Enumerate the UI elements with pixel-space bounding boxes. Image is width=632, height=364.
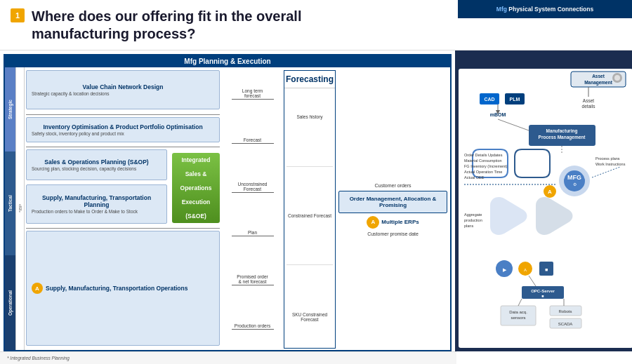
promised-label: Promised order [223, 274, 282, 279]
svg-point-4 [614, 75, 620, 81]
fc-divider2 [287, 264, 333, 265]
svg-text:Asset: Asset [592, 74, 605, 79]
prod-orders-label: Production orders [223, 323, 282, 328]
rp-diagram: Asset Management CAD PLM mBOM Asset [459, 69, 632, 348]
lt-label: Long term [223, 88, 282, 93]
soe-box: Integrated Sales & Operations Execution … [172, 153, 220, 223]
svg-text:⚙: ⚙ [573, 182, 577, 187]
ops-section: A Supply, Manufacturing, Transportation … [26, 229, 220, 347]
rp-mfg: Mfg [496, 6, 507, 13]
slide-title: Where does our offering fit in the overa… [32, 8, 301, 43]
soe-line1: Integrated [181, 156, 210, 163]
svg-text:plans: plans [464, 224, 473, 228]
svg-text:Robots: Robots [558, 309, 572, 314]
value-chain-sub: Strategic capacity & location decisions [32, 91, 214, 96]
soe-line2: Sales & [185, 170, 207, 177]
divider-3 [26, 228, 220, 229]
plan-label: Plan [223, 230, 282, 235]
mfg-planning-box: Mfg Planning & Execution Strategic Tacti… [4, 54, 452, 351]
flow-longterm: Long term forecast [223, 88, 282, 100]
sop-soe-row: Sales & Operations Planning (S&OP) Sourc… [26, 148, 220, 227]
svg-line-48 [592, 167, 620, 177]
svg-text:Manufacturing: Manufacturing [546, 128, 578, 134]
rp-title-rest: Physical System Connections [507, 6, 593, 13]
svg-text:sensors: sensors [511, 316, 525, 320]
svg-text:■: ■ [545, 267, 548, 272]
strategic-section: Value Chain Network Design Strategic cap… [26, 70, 220, 114]
inventory-section: Inventory Optimisation & Product Portfol… [26, 116, 220, 146]
customer-orders-label: Customer orders [338, 183, 447, 188]
order-mgmt-box: Order Management, Allocation & Promising [338, 191, 447, 213]
arrow-6 [232, 329, 274, 330]
flow-unconstrained: Unconstrained Forecast [223, 182, 282, 194]
rp-header-text: Mfg Physical System Connections [496, 6, 593, 13]
slide-badge: 1 [11, 8, 25, 22]
rp-svg: Asset Management CAD PLM mBOM Asset [459, 69, 632, 348]
fc-sku: SKU Constrained Forecast [287, 312, 333, 322]
svg-text:Management: Management [584, 80, 613, 86]
svg-text:Process plans: Process plans [595, 156, 620, 161]
svg-text:mBOM: mBOM [490, 112, 506, 117]
svg-text:details: details [582, 104, 596, 109]
flow-prod-orders: Production orders [223, 323, 282, 330]
svg-line-45 [518, 299, 522, 306]
erps-badge: A [367, 216, 379, 229]
arrow-5 [232, 285, 274, 285]
svg-text:Order Details Updates: Order Details Updates [464, 153, 503, 157]
fc-divider [287, 166, 333, 167]
flow-promised: Promised order & net forecast [223, 274, 282, 286]
order-section: Customer orders Order Management, Alloca… [337, 70, 449, 349]
level-labels: Strategic Tactical Operational [5, 67, 16, 350]
title-line2: manufacturing process? [32, 26, 195, 41]
arrow-4 [232, 236, 274, 236]
flow-plan: Plan [223, 230, 282, 237]
inventory-label: Inventory Optimisation & Product Portfol… [32, 123, 214, 130]
ibp-label: *IBP [18, 204, 22, 213]
forecasting-body: Sales history Constrained Forecast SKU C… [284, 88, 335, 348]
fc-constrained: Constrained Forecast [287, 213, 333, 218]
soe-line5: (S&OE) [185, 213, 206, 220]
sop-sub: Sourcing plan, stocking decision, capaci… [32, 166, 162, 171]
svg-line-55 [529, 276, 536, 286]
customer-promise-label: Customer promise date [338, 231, 447, 236]
soe-line4: Execution [182, 198, 211, 205]
svg-text:SCADA: SCADA [558, 322, 573, 326]
flow-section: Long term forecast Forecast Unconstraine [221, 67, 450, 350]
svg-text:Data acq.: Data acq. [509, 310, 527, 314]
forecasting-title: Forecasting [284, 71, 335, 88]
left-panel: Mfg Planning & Execution Strategic Tacti… [0, 50, 455, 351]
arrow-3 [232, 192, 274, 193]
smtp-label: Supply, Manufacturing, Transportation Pl… [32, 194, 162, 208]
lt-forecast: forecast [223, 93, 282, 98]
arrow-1 [232, 99, 274, 100]
soe-line3: Operations [180, 184, 212, 191]
value-chain-label: Value Chain Network Design [32, 83, 214, 90]
footer-note: * Integrated Business Planning [7, 356, 70, 360]
flow-forecast: Forecast [223, 137, 282, 144]
mfg-planning-title: Mfg Planning & Execution [5, 55, 450, 67]
arrow-2 [232, 143, 274, 144]
inventory-sub: Safety stock, inventory policy and produ… [32, 131, 214, 136]
sop-label: Sales & Operations Planning (S&OP) [32, 159, 162, 166]
sop-smtp-col: Sales & Operations Planning (S&OP) Sourc… [26, 149, 167, 226]
inventory-block: Inventory Optimisation & Product Portfol… [26, 117, 220, 142]
level-strategic: Strategic [5, 67, 15, 151]
forecast-label: Forecast [223, 137, 282, 142]
fc-sales-history: Sales history [287, 114, 333, 119]
value-chain-block: Value Chain Network Design Strategic cap… [26, 70, 220, 109]
ops-block: A Supply, Manufacturing, Transportation … [26, 231, 220, 346]
flow-labels: Long term forecast Forecast Unconstraine [223, 70, 282, 349]
ops-label: Supply, Manufacturing, Transportation Op… [46, 285, 187, 292]
unc-label: Unconstrained [223, 182, 282, 187]
right-panel: Asset Management CAD PLM mBOM Asset [455, 50, 632, 351]
mpe-body: Strategic Tactical Operational *IBP [5, 67, 450, 350]
svg-text:FG Inventory (Increment): FG Inventory (Increment) [464, 164, 508, 168]
svg-text:■: ■ [541, 294, 544, 298]
svg-text:Process Management: Process Management [539, 135, 586, 140]
blocks-section: Value Chain Network Design Strategic cap… [25, 67, 221, 350]
divider-2 [26, 147, 220, 147]
svg-text:A: A [548, 189, 552, 195]
smtp-block: Supply, Manufacturing, Transportation Pl… [26, 184, 167, 224]
svg-text:A: A [524, 268, 527, 272]
level-operational: Operational [5, 255, 15, 350]
